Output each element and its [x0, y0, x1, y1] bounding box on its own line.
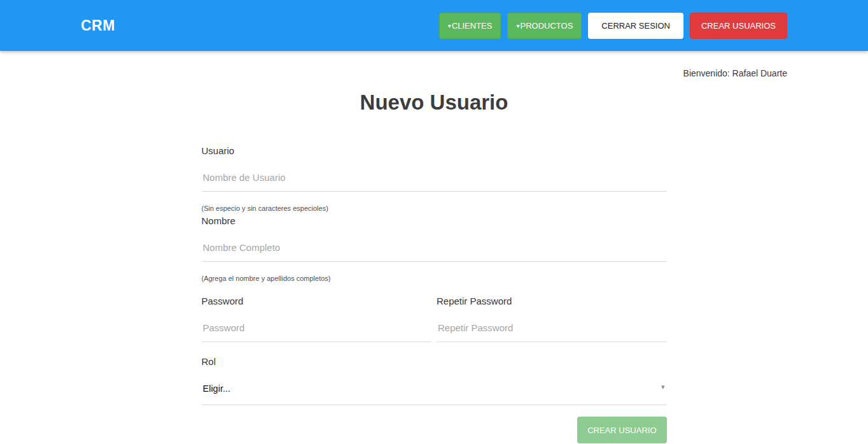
new-user-form: Usuario (Sin especio y sin caracteres es…	[202, 145, 667, 443]
usuario-field: Usuario (Sin especio y sin caracteres es…	[202, 145, 667, 212]
main-nav: ▾CLIENTES ▾PRODUCTOS CERRAR SESION CREAR…	[439, 13, 787, 39]
header-container: CRM ▾CLIENTES ▾PRODUCTOS CERRAR SESION C…	[81, 0, 787, 51]
nav-productos-dropdown[interactable]: ▾PRODUCTOS	[507, 13, 582, 39]
rol-label: Rol	[202, 356, 667, 367]
submit-row: CREAR USUARIO	[202, 417, 667, 443]
logout-button[interactable]: CERRAR SESION	[588, 13, 683, 39]
nombre-field: Nombre (Agrega el nombre y apellidos com…	[202, 215, 667, 282]
usuario-input[interactable]	[202, 156, 667, 192]
welcome-row: Bienvenido: Rafael Duarte	[81, 68, 787, 79]
usuario-helper-text: (Sin especio y sin caracteres especioles…	[202, 204, 667, 212]
password-label: Password	[202, 296, 432, 306]
new-user-page: Nuevo Usuario Usuario (Sin especio y sin…	[202, 90, 667, 443]
repeat-password-label: Repetir Password	[437, 296, 667, 306]
password-field: Password	[202, 296, 432, 342]
usuario-label: Usuario	[202, 145, 667, 156]
nombre-helper-text: (Agrega el nombre y apellidos completos)	[202, 275, 667, 282]
nav-clientes-dropdown[interactable]: ▾CLIENTES	[439, 13, 501, 39]
chevron-down-icon: ▾	[448, 23, 451, 29]
rol-field: Rol Eligir... ▾	[202, 356, 667, 405]
chevron-down-icon: ▾	[516, 23, 519, 29]
create-users-button[interactable]: CREAR USUARIOS	[690, 13, 787, 39]
nav-productos-label: PRODUCTOS	[521, 21, 573, 31]
nav-clientes-label: CLIENTES	[452, 21, 493, 31]
password-input[interactable]	[202, 306, 432, 342]
rol-select-wrapper: Eligir... ▾	[202, 367, 667, 405]
nombre-label: Nombre	[202, 215, 667, 226]
app-header: CRM ▾CLIENTES ▾PRODUCTOS CERRAR SESION C…	[0, 0, 868, 51]
repeat-password-field: Repetir Password	[437, 296, 667, 342]
welcome-message: Bienvenido: Rafael Duarte	[683, 68, 787, 78]
password-row: Password Repetir Password	[202, 296, 667, 342]
app-logo: CRM	[81, 17, 115, 34]
create-user-submit-button[interactable]: CREAR USUARIO	[577, 417, 666, 443]
page-title: Nuevo Usuario	[202, 90, 667, 115]
repeat-password-input[interactable]	[437, 306, 667, 342]
rol-select[interactable]: Eligir...	[202, 367, 667, 405]
nombre-input[interactable]	[202, 226, 667, 262]
